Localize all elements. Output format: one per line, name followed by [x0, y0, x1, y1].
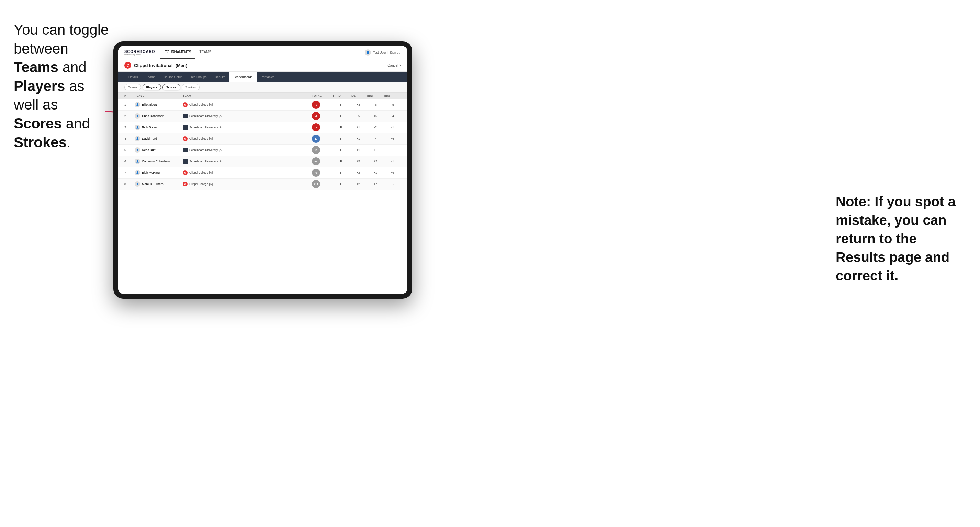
table-row[interactable]: 4 👤 David Ford C Clippd College [A] E F … — [118, 133, 407, 144]
tournament-title: C Clippd Invitational (Men) — [124, 62, 187, 69]
player-avatar: 👤 — [135, 113, 140, 119]
rd2: E — [367, 148, 384, 152]
team-logo: ▪ — [183, 148, 188, 152]
leaderboard-table: # PLAYER TEAM TOTAL THRU RD1 RD2 RD3 1 👤… — [118, 93, 407, 294]
row-rank: 3 — [124, 125, 135, 129]
col-spacer — [251, 94, 312, 97]
thru: F — [332, 171, 350, 175]
thru: F — [332, 160, 350, 163]
tablet-screen: SCOREBOARD Powered by clippd TOURNAMENTS… — [118, 46, 407, 294]
rd3: -1 — [384, 160, 401, 163]
thru: F — [332, 182, 350, 186]
table-row[interactable]: 1 👤 Elliot Ebert C Clippd College [A] -8… — [118, 99, 407, 111]
rd3: +6 — [384, 171, 401, 175]
player-cell: 👤 Chris Robertson — [135, 113, 183, 119]
team-name: Clippd College [A] — [189, 171, 213, 175]
player-name: Cameron Robertson — [142, 160, 170, 163]
user-name: Test User | — [373, 51, 388, 54]
player-avatar: 👤 — [135, 170, 140, 175]
score-badge: +6 — [312, 157, 332, 165]
toggle-scores[interactable]: Scores — [162, 84, 180, 90]
team-name: Scoreboard University [A] — [189, 160, 222, 163]
team-name: Clippd College [A] — [189, 103, 213, 106]
nav-links: TOURNAMENTS TEAMS — [161, 46, 365, 59]
player-avatar: 👤 — [135, 147, 140, 153]
tab-course-setup[interactable]: Course Setup — [159, 72, 186, 82]
rd2: -6 — [367, 103, 384, 106]
rd2: +2 — [367, 160, 384, 163]
thru: F — [332, 103, 350, 106]
total-score: -8 — [312, 101, 320, 109]
team-logo: C — [183, 136, 188, 141]
thru: F — [332, 114, 350, 118]
team-logo: ▪ — [183, 114, 188, 119]
tab-printables[interactable]: Printables — [256, 72, 278, 82]
rd2: +5 — [367, 114, 384, 118]
table-row[interactable]: 5 👤 Rees Britt ▪ Scoreboard University [… — [118, 144, 407, 156]
team-name: Clippd College [A] — [189, 137, 213, 140]
team-cell: C Clippd College [A] — [183, 102, 251, 107]
toggle-teams[interactable]: Teams — [124, 84, 141, 90]
player-name: Marcus Turners — [142, 182, 164, 186]
row-rank: 6 — [124, 160, 135, 163]
score-badge: -8 — [312, 101, 332, 109]
rd3: E — [384, 148, 401, 152]
tab-leaderboards[interactable]: Leaderboards — [229, 72, 257, 82]
rd3: +2 — [384, 182, 401, 186]
tab-results[interactable]: Results — [211, 72, 229, 82]
total-score: E — [312, 135, 320, 143]
player-name: Blair McHarg — [142, 171, 160, 175]
player-avatar: 👤 — [135, 136, 140, 141]
rd1: +2 — [350, 171, 367, 175]
table-row[interactable]: 2 👤 Chris Robertson ▪ Scoreboard Univers… — [118, 111, 407, 122]
rd3: -5 — [384, 103, 401, 106]
table-row[interactable]: 3 👤 Rich Butler ▪ Scoreboard University … — [118, 122, 407, 133]
team-cell: ▪ Scoreboard University [A] — [183, 148, 251, 152]
col-rank: # — [124, 94, 135, 97]
toggle-row: Teams Players Scores Strokes — [118, 82, 407, 93]
thru: F — [332, 148, 350, 152]
toggle-strokes[interactable]: Strokes — [182, 84, 200, 90]
col-thru: THRU — [332, 94, 350, 97]
player-cell: 👤 Marcus Turners — [135, 181, 183, 187]
total-score: +6 — [312, 157, 320, 165]
logo-sub: Powered by clippd — [124, 54, 155, 56]
table-row[interactable]: 8 👤 Marcus Turners C Clippd College [A] … — [118, 179, 407, 190]
player-cell: 👤 David Ford — [135, 136, 183, 141]
tab-details[interactable]: Details — [124, 72, 142, 82]
player-name: Rees Britt — [142, 148, 156, 152]
team-cell: C Clippd College [A] — [183, 182, 251, 186]
score-badge: E — [312, 135, 332, 143]
rd2: -4 — [367, 137, 384, 140]
tab-tee-groups[interactable]: Tee Groups — [186, 72, 211, 82]
thru: F — [332, 137, 350, 140]
col-player: PLAYER — [135, 94, 183, 97]
cancel-button[interactable]: Cancel × — [387, 63, 401, 67]
team-cell: C Clippd College [A] — [183, 170, 251, 175]
total-score: -4 — [312, 112, 320, 120]
toggle-players[interactable]: Players — [143, 84, 161, 90]
table-row[interactable]: 7 👤 Blair McHarg C Clippd College [A] +8… — [118, 167, 407, 179]
team-name: Scoreboard University [A] — [189, 114, 222, 118]
logo: SCOREBOARD Powered by clippd — [124, 49, 155, 56]
team-cell: ▪ Scoreboard University [A] — [183, 114, 251, 119]
table-row[interactable]: 6 👤 Cameron Robertson ▪ Scoreboard Unive… — [118, 156, 407, 167]
col-rd3: RD3 — [384, 94, 401, 97]
team-name: Clippd College [A] — [189, 182, 213, 186]
logo-text: SCOREBOARD — [124, 49, 155, 54]
top-nav: SCOREBOARD Powered by clippd TOURNAMENTS… — [118, 46, 407, 59]
col-total: TOTAL — [312, 94, 332, 97]
team-cell: C Clippd College [A] — [183, 136, 251, 141]
row-rank: 7 — [124, 171, 135, 175]
nav-tournaments[interactable]: TOURNAMENTS — [161, 46, 195, 59]
row-rank: 8 — [124, 182, 135, 186]
nav-teams[interactable]: TEAMS — [196, 46, 215, 59]
tournament-name: Clippd Invitational — [134, 63, 173, 68]
sign-out-link[interactable]: Sign out — [390, 51, 401, 54]
tab-teams[interactable]: Teams — [142, 72, 160, 82]
tournament-category: (Men) — [175, 63, 188, 68]
rd1: -5 — [350, 114, 367, 118]
score-badge: +11 — [312, 180, 332, 188]
player-avatar: 👤 — [135, 181, 140, 187]
team-name: Scoreboard University [A] — [189, 125, 222, 129]
